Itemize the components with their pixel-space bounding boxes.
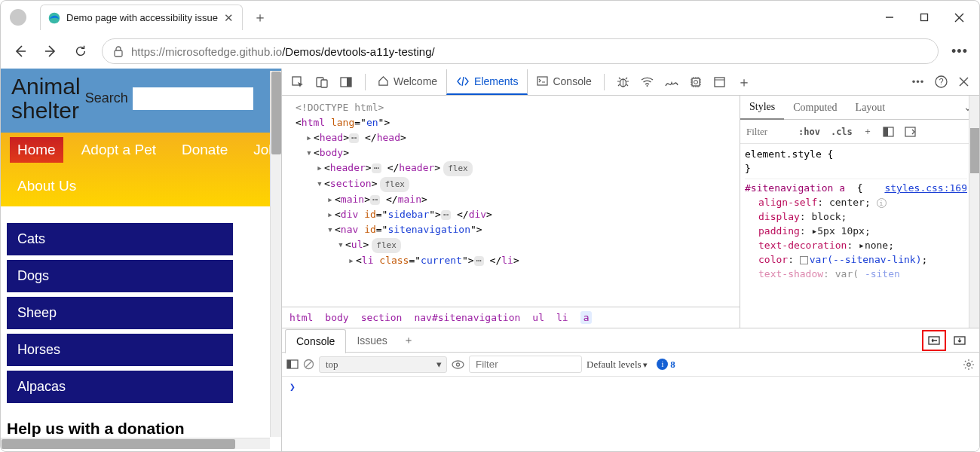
browser-tab[interactable]: Demo page with accessibility issue ✕ [40,5,243,30]
hov-toggle[interactable]: :hov [793,120,825,144]
memory-icon[interactable] [684,69,707,95]
page-viewport: Animalshelter Search Home Adopt a Pet Do… [1,69,281,451]
styles-panel: Styles Computed Layout ⌄ :hov .cls ＋ ele… [740,96,979,328]
application-icon[interactable] [709,69,731,95]
list-item[interactable]: Dogs [7,260,233,292]
console-sidebar-toggle-icon[interactable] [286,359,299,369]
new-rule-icon[interactable]: ＋ [858,120,877,144]
source-link[interactable]: styles.css:169 [884,181,967,195]
tab-close-icon[interactable]: ✕ [224,13,234,23]
nav-home[interactable]: Home [10,137,63,163]
browser-titlebar: Demo page with accessibility issue ✕ ＋ [1,1,979,34]
forward-button[interactable] [37,38,64,65]
bug-icon[interactable] [612,69,635,95]
window-controls [872,4,976,31]
devtools-close-icon[interactable] [952,69,975,95]
drawer-tab-console[interactable]: Console [285,329,346,353]
device-toggle-icon[interactable] [311,69,333,95]
svg-line-33 [306,362,312,368]
back-button[interactable] [7,38,34,65]
page-header: Animalshelter Search [1,69,281,133]
maximize-button[interactable] [907,4,942,31]
console-output[interactable]: ❯ [282,377,979,451]
network-icon[interactable] [636,69,659,95]
log-levels-select[interactable]: Default levels [586,359,648,371]
list-item[interactable]: Cats [7,223,233,255]
svg-point-16 [647,85,648,87]
css-rules[interactable]: element.style { } #sitenavigation a {sty… [740,144,979,328]
dock-drawer-icon[interactable] [948,330,972,351]
panel-toggle-icon[interactable] [899,120,921,144]
help-icon[interactable]: ? [929,69,952,95]
svg-rect-13 [537,77,547,85]
refresh-button[interactable] [67,38,94,65]
expand-drawer-icon[interactable] [922,330,946,351]
styles-filter-input[interactable] [740,126,793,138]
svg-rect-12 [347,78,351,87]
more-tools-icon[interactable]: ＋ [733,69,755,95]
list-item[interactable]: Sheep [7,297,233,329]
devtools-toolbar: Welcome Elements Console ＋ ••• ? [282,69,979,96]
svg-rect-26 [884,127,888,136]
styles-scrollbar[interactable] [969,96,979,328]
list-item[interactable]: Horses [7,334,233,366]
dom-panel: <!DOCTYPE html> <html lang="en"> ▸<head>… [282,96,740,328]
nav-donate[interactable]: Donate [174,137,235,163]
live-expression-icon[interactable] [452,360,464,369]
edge-icon [48,12,60,24]
svg-rect-31 [287,360,291,368]
computed-toggle-icon[interactable] [877,120,899,144]
devtools-menu-icon[interactable]: ••• [907,69,929,95]
clear-console-icon[interactable] [303,359,314,370]
dock-icon[interactable] [335,69,357,95]
tab-welcome[interactable]: Welcome [369,69,446,95]
list-item[interactable]: Alpacas [7,371,233,403]
inspect-icon[interactable] [286,69,309,95]
address-bar[interactable]: https://microsoftedge.github.io/Demos/de… [102,38,939,64]
profile-avatar[interactable] [10,9,26,26]
breadcrumb[interactable]: html body section nav#sitenavigation ul … [282,307,740,328]
page-vertical-scrollbar[interactable] [270,71,281,437]
tab-console[interactable]: Console [528,69,600,95]
tab-title: Demo page with accessibility issue [66,12,218,23]
console-settings-icon[interactable] [963,359,975,371]
tab-layout[interactable]: Layout [847,96,895,120]
site-nav: Home Adopt a Pet Donate Jobs About Us [1,133,281,206]
close-button[interactable] [942,4,976,31]
cls-toggle[interactable]: .cls [825,120,858,144]
console-filter-input[interactable] [469,356,582,373]
performance-icon[interactable] [660,69,683,95]
category-list: Cats Dogs Sheep Horses Alpacas [1,206,281,409]
tab-styles[interactable]: Styles [740,96,784,120]
new-tab-button[interactable]: ＋ [249,6,271,29]
dom-tree[interactable]: <!DOCTYPE html> <html lang="en"> ▸<head>… [282,96,740,307]
styles-filter-row: :hov .cls ＋ [740,120,979,144]
console-context-select[interactable]: top [319,356,447,373]
styles-tabs: Styles Computed Layout ⌄ [740,96,979,120]
svg-rect-2 [921,14,928,21]
svg-rect-17 [692,78,700,86]
lock-icon [113,45,124,57]
devtools-panel: Welcome Elements Console ＋ ••• ? [281,69,979,451]
svg-rect-19 [715,78,724,87]
drawer-add-tab-icon[interactable]: ＋ [398,328,419,353]
menu-button[interactable]: ••• [946,38,973,65]
donate-heading: Help us with a donation [1,409,281,438]
nav-about[interactable]: About Us [10,173,84,199]
browser-toolbar: https://microsoftedge.github.io/Demos/de… [1,34,979,69]
url-text: https://microsoftedge.github.io/Demos/de… [131,45,435,58]
nav-adopt[interactable]: Adopt a Pet [74,137,164,163]
minimize-button[interactable] [872,4,907,31]
devtools-drawer: Console Issues ＋ top Default levels i8 ❯ [282,328,979,451]
svg-text:?: ? [939,77,943,86]
search-input[interactable] [133,87,253,110]
tab-computed[interactable]: Computed [784,96,846,120]
console-toolbar: top Default levels i8 [282,353,979,377]
svg-point-34 [452,361,464,368]
page-horizontal-scrollbar[interactable] [1,438,270,449]
svg-point-36 [967,362,970,365]
drawer-tab-issues[interactable]: Issues [346,328,397,353]
issues-badge[interactable]: i8 [657,359,675,371]
svg-point-35 [457,363,460,366]
tab-elements[interactable]: Elements [446,69,528,95]
